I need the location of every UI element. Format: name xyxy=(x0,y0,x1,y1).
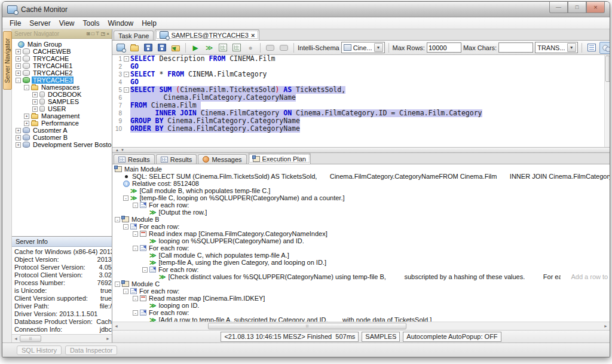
plan-hscrollbar[interactable]: ◄ ||| ► xyxy=(112,322,610,330)
scroll-thumb[interactable]: ||| xyxy=(208,323,406,329)
collapse-icon[interactable]: - xyxy=(133,310,138,316)
plan-node-tempfile-a[interactable]: ≫ [temp-file A, using the given Category… xyxy=(112,259,610,266)
plan-node-sql[interactable]: SQL: SELECT SUM (Cinema.Film.TicketsSold… xyxy=(112,173,610,180)
tree-item-user[interactable]: + USER xyxy=(12,105,112,112)
plan-node-call-module-c[interactable]: ≫ [Call module C, which populates temp-f… xyxy=(112,252,610,259)
sql-history-button[interactable]: SQL History xyxy=(17,345,62,355)
expand-icon[interactable]: + xyxy=(32,92,38,97)
tab-samples-trycache3[interactable]: SAMPLES@TRYCACHE3 × xyxy=(155,29,259,40)
plan-node-module-b[interactable]: - Module B xyxy=(112,216,610,223)
tree-item-trycache2[interactable]: + TRYCACHE2 xyxy=(12,69,112,77)
expand-icon[interactable]: + xyxy=(16,56,21,62)
collapse-icon[interactable]: - xyxy=(123,289,128,294)
server-info-hscrollbar[interactable]: ◄ ||| ► xyxy=(12,334,112,342)
tree-item-main-group[interactable]: Main Group xyxy=(12,41,112,48)
collapse-icon[interactable]: - xyxy=(16,78,21,83)
export-button[interactable] xyxy=(170,42,182,54)
maximize-button[interactable]: □ xyxy=(568,2,586,13)
tree-item-cacheweb[interactable]: + CACHEWEB xyxy=(12,48,112,55)
menu-help[interactable]: Help xyxy=(138,19,160,28)
tree-item-performance[interactable]: + Performance xyxy=(12,120,112,127)
editor-line[interactable]: 1- SELECT Description FROM CINEMA.Film xyxy=(112,55,610,63)
sql-editor[interactable]: 1- SELECT Description FROM CINEMA.Film 2… xyxy=(112,55,610,147)
server-navigator-header[interactable]: Server Navigator ⊞ □ ⊤ ◳ × xyxy=(12,29,112,39)
dock-icon[interactable]: ⊞ xyxy=(86,31,90,36)
expand-icon[interactable]: + xyxy=(16,71,21,76)
expand-icon[interactable]: + xyxy=(16,63,21,69)
plan-node-for-each-row[interactable]: - For each row: xyxy=(112,223,610,230)
editor-line[interactable]: 10 ORDER BY Cinema.FilmCategory.Category… xyxy=(112,125,610,133)
plan-node-for-each-row[interactable]: - For each row: xyxy=(112,309,610,316)
tree-item-management[interactable]: + Management xyxy=(12,112,112,120)
fold-icon[interactable]: - xyxy=(124,56,129,62)
expand-icon[interactable]: + xyxy=(16,49,21,54)
server-navigator-side-tab[interactable]: Server Navigator xyxy=(3,31,12,90)
properties-button[interactable] xyxy=(586,42,598,54)
maximize-panel-icon[interactable]: □ xyxy=(91,31,94,36)
expand-icon[interactable]: + xyxy=(24,114,29,119)
plan-node-for-each-row[interactable]: - For each row: xyxy=(112,266,610,273)
collapse-icon[interactable]: - xyxy=(123,195,128,201)
menu-view[interactable]: View xyxy=(56,19,78,28)
tab-messages[interactable]: Messages xyxy=(198,154,246,164)
run-table-button[interactable] xyxy=(231,42,243,54)
tree-item-dev-server-boston[interactable]: + Development Server Boston xyxy=(12,141,112,148)
collapse-icon[interactable]: - xyxy=(115,217,120,222)
plan-node-looping[interactable]: ≫ looping on %SQLUPPER(CategoryName) and… xyxy=(112,237,610,244)
plan-node-relative-cost[interactable]: i Relative cost: 8512408 xyxy=(112,180,610,187)
collapse-icon[interactable]: - xyxy=(133,246,138,251)
stop-button[interactable]: ● xyxy=(244,42,256,54)
tree-item-samples[interactable]: + SAMPLES xyxy=(12,98,112,105)
editor-results-splitter[interactable]: ▲ ▼ xyxy=(112,147,610,153)
plan-node-read-index-map[interactable]: - Read index map [Cinema.FilmCategory.Ca… xyxy=(112,230,610,237)
editor-line[interactable]: 3- SELECT * FROM CINEMA.FilmCategory xyxy=(112,71,610,78)
scroll-thumb[interactable] xyxy=(605,56,610,82)
run-to-file-button[interactable] xyxy=(217,42,229,54)
expand-icon[interactable]: + xyxy=(16,128,21,133)
chevron-down-icon[interactable]: ▼ xyxy=(374,43,383,52)
expand-icon[interactable]: + xyxy=(24,121,29,126)
chevron-down-icon[interactable]: ▼ xyxy=(567,43,576,52)
splitter-up-icon[interactable]: ▲ xyxy=(115,148,119,152)
data-inspector-button[interactable]: Data Inspector xyxy=(65,345,118,355)
open-button[interactable] xyxy=(128,42,140,54)
collapse-icon[interactable]: - xyxy=(133,231,138,237)
expand-icon[interactable]: + xyxy=(16,142,21,148)
plan-node-tempfile-c[interactable]: - ≫ [temp-file C, looping on %SQLUPPER(C… xyxy=(112,194,610,201)
plan-node-add-row[interactable]: ≫ [Add a row to temp-file A, subscripted… xyxy=(112,316,610,322)
transaction-combo[interactable]: TRANS... ▼ xyxy=(535,42,577,53)
fold-icon[interactable]: - xyxy=(124,87,129,93)
menu-file[interactable]: File xyxy=(6,19,25,28)
plan-node-for-each-row[interactable]: - For each row: xyxy=(112,244,610,252)
max-chars-input[interactable] xyxy=(498,42,533,53)
schema-combo[interactable]: Cine... ▼ xyxy=(341,42,385,53)
collapse-icon[interactable]: - xyxy=(123,224,128,230)
tab-results-2[interactable]: Results xyxy=(156,154,197,164)
scroll-left-icon[interactable]: ◄ xyxy=(112,324,120,328)
collapse-icon[interactable]: - xyxy=(142,267,148,273)
tree-item-trycache[interactable]: + TRYCACHE xyxy=(12,55,112,62)
expand-icon[interactable]: + xyxy=(16,135,21,140)
scroll-right-icon[interactable]: ► xyxy=(602,324,610,328)
plan-node-main-module[interactable]: Main Module xyxy=(112,166,610,173)
plan-node-for-each-row[interactable]: - For each row: xyxy=(112,287,610,295)
menu-server[interactable]: Server xyxy=(26,19,54,28)
menu-window[interactable]: Window xyxy=(105,19,137,28)
expand-icon[interactable]: + xyxy=(32,106,38,112)
close-button[interactable]: × xyxy=(586,2,605,13)
plan-node-check-distinct[interactable]: ≫ [Check distinct values for %SQLUPPER(C… xyxy=(112,273,610,280)
tree-item-trycache1[interactable]: + TRYCACHE1 xyxy=(12,62,112,69)
new-query-button[interactable] xyxy=(115,42,127,54)
tree-item-trycache3[interactable]: - TRYCACHE3 xyxy=(12,77,112,84)
uncomment-button[interactable] xyxy=(278,42,290,54)
splitter-down-icon[interactable]: ▼ xyxy=(121,148,124,152)
run-button[interactable]: ▶ xyxy=(189,42,201,54)
menu-tools[interactable]: Tools xyxy=(79,19,103,28)
expand-icon[interactable]: + xyxy=(32,99,38,105)
scroll-right-icon[interactable]: ► xyxy=(104,337,112,341)
run-selection-button[interactable]: ≫ xyxy=(203,42,215,54)
fold-icon[interactable]: - xyxy=(124,72,129,77)
scroll-left-icon[interactable]: ◄ xyxy=(12,337,20,341)
sessions-button[interactable] xyxy=(599,42,610,54)
save-button[interactable] xyxy=(142,42,154,54)
